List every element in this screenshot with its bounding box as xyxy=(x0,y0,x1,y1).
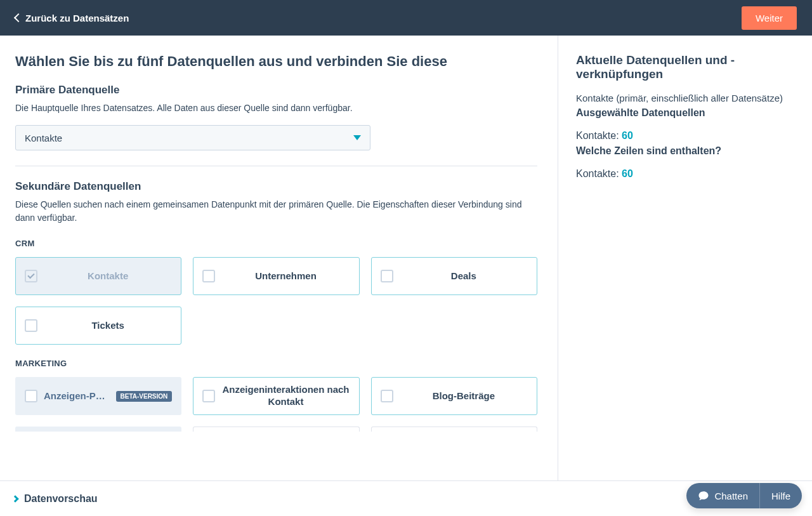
chevron-down-icon xyxy=(353,135,361,140)
source-label: Anzeigeninteraktionen nach Kontakt xyxy=(221,384,350,408)
beta-badge: BETA-VERSION xyxy=(116,391,173,402)
checkbox-icon xyxy=(202,390,215,402)
source-card-anzeigen-p: Anzeigen-P… BETA-VERSION xyxy=(15,377,181,415)
count-label: Kontakte: xyxy=(576,130,619,141)
source-label: Tickets xyxy=(44,320,172,332)
source-label: Unternehmen xyxy=(221,270,350,282)
help-label: Hilfe xyxy=(771,491,790,501)
preview-label: Datenvorschau xyxy=(24,493,98,505)
card-peek xyxy=(15,427,181,432)
secondary-desc: Diese Quellen suchen nach einem gemeinsa… xyxy=(15,198,537,225)
count-label: Kontakte: xyxy=(576,168,619,179)
primary-heading: Primäre Datenquelle xyxy=(15,84,537,96)
source-card-deals[interactable]: Deals xyxy=(371,257,537,295)
checkbox-icon xyxy=(202,270,215,282)
source-label: Kontakte xyxy=(44,270,172,282)
source-card-anzeigeninteraktionen[interactable]: Anzeigeninteraktionen nach Kontakt xyxy=(193,377,359,415)
next-button[interactable]: Weiter xyxy=(742,6,797,30)
group-label-crm: CRM xyxy=(15,239,537,248)
source-label: Blog-Beiträge xyxy=(400,390,528,402)
help-button[interactable]: Hilfe xyxy=(759,483,802,508)
card-peek xyxy=(193,427,359,432)
source-card-unternehmen[interactable]: Unternehmen xyxy=(193,257,359,295)
sidebar-title: Aktuelle Datenquellen und -verknüpfungen xyxy=(576,53,794,81)
primary-source-value: Kontakte xyxy=(25,133,62,143)
source-card-blog[interactable]: Blog-Beiträge xyxy=(371,377,537,415)
sidebar-count-1: Kontakte: 60 xyxy=(576,130,794,142)
divider xyxy=(15,166,537,166)
checkbox-icon xyxy=(25,390,37,402)
primary-desc: Die Hauptquelle Ihres Datensatzes. Alle … xyxy=(15,102,537,115)
source-card-tickets[interactable]: Tickets xyxy=(15,307,181,345)
checkbox-icon xyxy=(381,390,393,402)
group-label-marketing: MARKETING xyxy=(15,359,537,368)
floating-actions: Chatten Hilfe xyxy=(686,483,802,508)
back-label: Zurück zu Datensätzen xyxy=(25,13,129,23)
checkbox-icon xyxy=(381,270,393,282)
chevron-right-icon xyxy=(11,495,18,502)
source-label: Deals xyxy=(400,270,528,282)
checkbox-icon xyxy=(25,319,37,332)
sidebar-primary-line: Kontakte (primär, einschließlich aller D… xyxy=(576,93,794,103)
checkbox-icon xyxy=(25,270,37,282)
count-value: 60 xyxy=(622,130,633,141)
chat-button[interactable]: Chatten xyxy=(686,483,759,508)
chat-icon xyxy=(698,490,709,501)
chevron-left-icon xyxy=(14,13,23,22)
summary-sidebar: Aktuelle Datenquellen und -verknüpfungen… xyxy=(558,36,812,480)
data-preview-toggle[interactable]: Datenvorschau xyxy=(13,493,98,505)
main-panel: Wählen Sie bis zu fünf Datenquellen aus … xyxy=(0,36,558,480)
chat-label: Chatten xyxy=(714,491,748,501)
sidebar-count-2: Kontakte: 60 xyxy=(576,168,794,180)
back-link[interactable]: Zurück zu Datensätzen xyxy=(15,13,129,23)
source-label: Anzeigen-P… xyxy=(44,390,110,402)
card-peek xyxy=(371,427,537,432)
count-value: 60 xyxy=(622,168,633,179)
page-title: Wählen Sie bis zu fünf Datenquellen aus … xyxy=(15,53,537,70)
primary-source-select[interactable]: Kontakte xyxy=(15,125,370,150)
sidebar-selected-heading: Ausgewählte Datenquellen xyxy=(576,107,794,119)
sidebar-rows-heading: Welche Zeilen sind enthalten? xyxy=(576,145,794,157)
source-card-kontakte[interactable]: Kontakte xyxy=(15,257,181,295)
secondary-heading: Sekundäre Datenquellen xyxy=(15,180,537,193)
